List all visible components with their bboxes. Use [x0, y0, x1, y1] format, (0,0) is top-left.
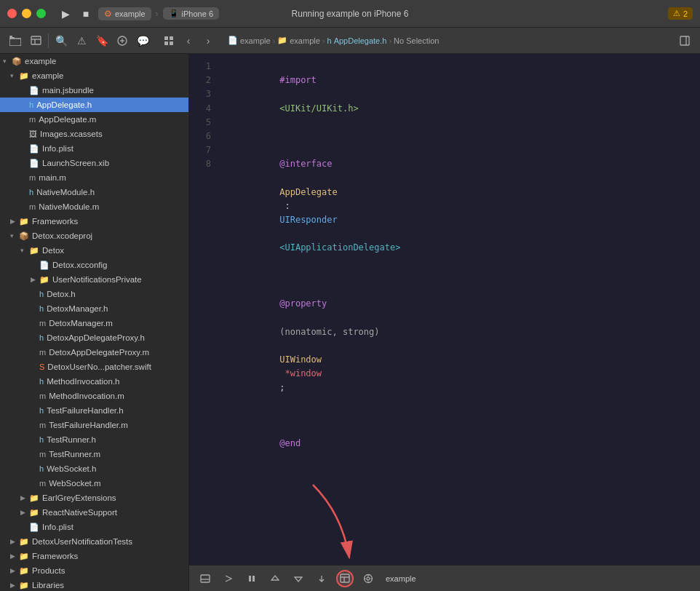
breadcrumb-folder[interactable]: example	[290, 36, 320, 45]
panel-toggle-button[interactable]	[196, 570, 214, 587]
sidebar-item-info-plist-2[interactable]: 📄 Info.plist	[0, 520, 188, 534]
sidebar-item-detoxusernotificationtests[interactable]: ▶ 📁 DetoxUserNotificationTests	[0, 534, 188, 549]
sidebar-item-reactnativesupport[interactable]: ▶ 📁 ReactNativeSupport	[0, 505, 188, 520]
plist-icon: 📄	[29, 144, 39, 154]
item-label: Detox	[42, 246, 64, 255]
item-label: main.jsbundle	[42, 86, 94, 95]
svg-rect-1	[9, 36, 12, 37]
sidebar-item-frameworks-2[interactable]: ▶ 📁 Frameworks	[0, 549, 188, 563]
diff-icon-button[interactable]	[113, 31, 132, 50]
nav-grid-button[interactable]	[159, 31, 178, 50]
sidebar-item-detox-xcodeproj[interactable]: ▾ 📦 Detox.xcodeproj	[0, 229, 188, 243]
close-button[interactable]	[7, 9, 17, 18]
sidebar-item-nativemodule-h[interactable]: h NativeModule.h	[0, 185, 188, 199]
item-label: LaunchScreen.xib	[42, 159, 109, 167]
breadcrumb-file[interactable]: AppDelegate.h	[334, 36, 387, 45]
item-label: Libraries	[32, 581, 64, 590]
inspector-toggle[interactable]	[675, 31, 694, 50]
sidebar-item-detoxuserno-swift[interactable]: S DetoxUserNo...patcher.swift	[0, 360, 188, 374]
h-icon: h	[39, 406, 44, 415]
search-icon-button[interactable]: 🔍	[52, 31, 71, 50]
maximize-button[interactable]	[36, 9, 46, 18]
sidebar-item-info-plist[interactable]: 📄 Info.plist	[0, 141, 188, 156]
scheme-selector[interactable]: ⚙ example	[98, 7, 151, 20]
sidebar-item-detoxmanager-m[interactable]: m DetoxManager.m	[0, 316, 188, 330]
sidebar-item-products[interactable]: ▶ 📁 Products	[0, 563, 188, 578]
sidebar-item-methodinvocation-m[interactable]: m MethodInvocation.m	[0, 389, 188, 403]
sidebar-item-libraries[interactable]: ▶ 📁 Libraries	[0, 578, 188, 591]
sidebar-item-usernotifications[interactable]: ▶ 📁 UserNotificationsPrivate	[0, 272, 188, 287]
sidebar-item-main-jsbundle[interactable]: 📄 main.jsbundle	[0, 83, 188, 98]
m-icon: m	[39, 450, 46, 459]
item-label: UserNotificationsPrivate	[52, 275, 142, 284]
comment-icon-button[interactable]: 💬	[133, 31, 152, 50]
sidebar-item-detox-xcconfig[interactable]: 📄 Detox.xcconfig	[0, 258, 188, 272]
sidebar-root[interactable]: ▾ 📦 example	[0, 54, 188, 68]
xcassets-icon: 🖼	[29, 130, 37, 138]
step-over-button[interactable]	[220, 570, 237, 587]
sidebar-item-detoxmanager-h[interactable]: h DetoxManager.h	[0, 301, 188, 316]
m-icon: m	[39, 348, 46, 357]
run-button[interactable]: ▶	[57, 6, 73, 22]
pause-button[interactable]	[243, 570, 260, 587]
toolbar: 🔍 ⚠ 🔖 💬 ‹ › 📄 example › 📁 example › h Ap…	[0, 28, 700, 54]
breadcrumb-root[interactable]: example	[240, 36, 271, 45]
item-label: Detox.xcconfig	[52, 261, 107, 269]
window-controls[interactable]	[7, 9, 46, 18]
sidebar-item-frameworks[interactable]: ▶ 📁 Frameworks	[0, 214, 188, 229]
folder-icon-button[interactable]	[6, 31, 25, 50]
warning-badge[interactable]: ⚠ 2	[668, 7, 693, 20]
step-up-button[interactable]	[266, 570, 284, 587]
item-label: DetoxManager.h	[47, 304, 108, 313]
sidebar-item-detoxappdelegateproxy-h[interactable]: h DetoxAppDelegateProxy.h	[0, 330, 188, 345]
svg-rect-12	[170, 41, 173, 45]
sidebar-item-testrunner-h[interactable]: h TestRunner.h	[0, 432, 188, 447]
titlebar: ▶ ■ ⚙ example › 📱 iPhone 6 Running examp…	[0, 0, 700, 28]
layout-icon-button[interactable]	[26, 31, 45, 50]
sidebar-item-websocket-h[interactable]: h WebSocket.h	[0, 461, 188, 476]
m-icon: m	[39, 421, 46, 429]
sidebar-item-nativemodule-m[interactable]: m NativeModule.m	[0, 199, 188, 214]
step-in-button[interactable]	[313, 570, 330, 587]
sidebar-item-detox-folder[interactable]: ▾ 📁 Detox	[0, 243, 188, 258]
bookmark-icon-button[interactable]: 🔖	[92, 31, 111, 50]
sidebar-item-appdelegate-h[interactable]: h AppDelegate.h	[0, 98, 188, 112]
settings-button[interactable]	[359, 570, 377, 587]
step-down-button[interactable]	[290, 570, 307, 587]
item-label: TestFailureHandler.h	[47, 406, 123, 415]
sidebar-item-earlgreyextensions[interactable]: ▶ 📁 EarlGreyExtensions	[0, 491, 188, 505]
xcodeproj-icon: 📦	[19, 231, 29, 241]
sidebar-item-images[interactable]: 🖼 Images.xcassets	[0, 127, 188, 141]
sidebar-item-websocket-m[interactable]: m WebSocket.m	[0, 476, 188, 491]
sidebar-item-detoxappdelegateproxy-m[interactable]: m DetoxAppDelegateProxy.m	[0, 345, 188, 360]
sidebar-item-main-m[interactable]: m main.m	[0, 170, 188, 185]
sidebar-item-appdelegate-m[interactable]: m AppDelegate.m	[0, 112, 188, 127]
h-icon: h	[29, 100, 33, 109]
code-editor[interactable]: #import <UIKit/UIKit.h> @interface AppDe…	[218, 54, 700, 565]
sidebar-item-example-group[interactable]: ▾ 📁 example	[0, 68, 188, 83]
sidebar-item-detox-h[interactable]: h Detox.h	[0, 287, 188, 301]
nav-forward-button[interactable]: ›	[199, 31, 218, 50]
sidebar-item-launchscreen[interactable]: 📄 LaunchScreen.xib	[0, 156, 188, 170]
svg-rect-20	[341, 574, 349, 582]
view-toggle-button[interactable]	[336, 570, 354, 587]
item-label: ReactNativeSupport	[42, 508, 117, 517]
nav-back-button[interactable]: ‹	[179, 31, 198, 50]
editor-content[interactable]: 1 2 3 4 5 6 7 8 #import <UIKit/UIKit.h> …	[189, 54, 700, 565]
device-selector[interactable]: 📱 iPhone 6	[163, 7, 219, 20]
svg-rect-10	[170, 36, 173, 40]
code-line-4	[227, 269, 691, 283]
breadcrumb-selection[interactable]: No Selection	[394, 36, 439, 45]
warning-icon: ⚠	[673, 9, 680, 18]
sidebar-item-testfailurehandler-m[interactable]: m TestFailureHandler.m	[0, 418, 188, 432]
minimize-button[interactable]	[22, 9, 31, 18]
stop-button[interactable]: ■	[78, 6, 94, 22]
folder-icon: 📁	[19, 537, 29, 547]
folder-icon: 📁	[29, 493, 39, 503]
sidebar-item-testrunner-m[interactable]: m TestRunner.m	[0, 447, 188, 461]
code-line-7: @end	[227, 423, 691, 465]
folder-icon: 📁	[29, 508, 39, 517]
sidebar-item-methodinvocation-h[interactable]: h MethodInvocation.h	[0, 374, 188, 389]
sidebar-item-testfailurehandler-h[interactable]: h TestFailureHandler.h	[0, 403, 188, 418]
warning-icon-button[interactable]: ⚠	[72, 31, 91, 50]
